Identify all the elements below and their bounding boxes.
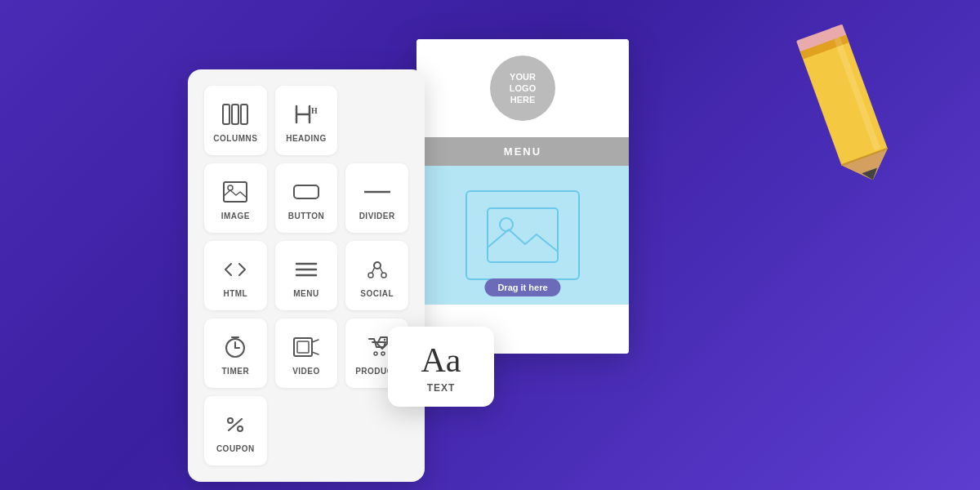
pencil-decoration (786, 4, 929, 176)
drag-here-label: Drag it here (497, 283, 547, 292)
widget-label-social: SOCIAL (360, 289, 394, 298)
svg-point-34 (228, 418, 233, 423)
svg-line-36 (229, 419, 242, 430)
drag-here-button[interactable]: Drag it here (484, 278, 560, 296)
widget-item-timer[interactable]: TIMER (204, 318, 267, 388)
svg-rect-11 (224, 182, 247, 202)
image-placeholder (466, 190, 580, 280)
coupon-icon (222, 412, 248, 438)
product-icon (364, 334, 390, 360)
widget-label-coupon: COUPON (216, 444, 255, 453)
svg-point-33 (383, 339, 385, 341)
email-image-section: Drag it here (416, 166, 629, 305)
widget-grid: COLUMNS H HEADING IMAG (204, 86, 408, 466)
heading-icon: H (293, 101, 319, 127)
svg-rect-9 (241, 105, 247, 124)
widget-item-social[interactable]: SOCIAL (345, 241, 408, 310)
svg-line-30 (312, 352, 318, 354)
widget-label-button: BUTTON (288, 212, 324, 220)
html-icon (222, 256, 248, 283)
svg-rect-7 (223, 105, 229, 124)
svg-point-38 (500, 218, 513, 231)
text-drag-card[interactable]: Aa TEXT (388, 327, 494, 407)
widget-label-columns: COLUMNS (213, 134, 257, 143)
svg-point-31 (374, 352, 377, 355)
logo-text: YOUR LOGO HERE (510, 71, 536, 106)
svg-point-20 (381, 273, 386, 278)
columns-icon (222, 101, 248, 127)
widget-item-columns[interactable]: COLUMNS (204, 86, 267, 155)
svg-point-18 (374, 262, 381, 269)
svg-point-12 (228, 185, 233, 190)
widget-label-video: VIDEO (292, 367, 320, 376)
widget-item-menu[interactable]: MENU (275, 241, 338, 310)
svg-line-29 (312, 340, 318, 342)
svg-rect-28 (297, 341, 309, 353)
text-symbol: Aa (421, 343, 461, 377)
social-icon (364, 256, 390, 283)
widget-label-heading: HEADING (286, 134, 327, 143)
timer-icon (222, 334, 248, 360)
widget-item-empty (345, 86, 408, 155)
widget-label-image: IMAGE (221, 212, 250, 220)
widget-label-timer: TIMER (222, 367, 250, 376)
svg-rect-8 (232, 105, 238, 124)
widget-item-button[interactable]: BUTTON (275, 163, 338, 233)
widget-item-html[interactable]: HTML (204, 241, 267, 310)
video-icon (293, 334, 319, 360)
logo-placeholder: YOUR LOGO HERE (490, 56, 555, 121)
svg-point-19 (368, 273, 373, 278)
widget-panel: COLUMNS H HEADING IMAG (188, 69, 425, 482)
svg-text:H: H (311, 106, 318, 115)
svg-rect-13 (294, 185, 318, 198)
svg-point-32 (381, 352, 385, 355)
text-card-label: TEXT (427, 382, 456, 394)
divider-icon (364, 179, 390, 205)
widget-item-heading[interactable]: H HEADING (275, 86, 338, 155)
image-icon (222, 179, 248, 205)
svg-point-35 (238, 426, 243, 431)
email-header: YOUR LOGO HERE (416, 39, 629, 137)
svg-line-21 (372, 268, 374, 273)
svg-rect-37 (488, 208, 558, 262)
button-icon (293, 179, 319, 205)
widget-label-menu: MENU (293, 289, 318, 298)
widget-item-image[interactable]: IMAGE (204, 163, 267, 233)
widget-item-divider[interactable]: DIVIDER (345, 163, 408, 233)
menu-label: MENU (504, 145, 541, 158)
widget-item-coupon[interactable]: COUPON (204, 396, 267, 466)
widget-label-html: HTML (223, 289, 247, 298)
widget-item-video[interactable]: VIDEO (275, 318, 338, 388)
email-preview: YOUR LOGO HERE MENU Drag it here (416, 39, 629, 354)
svg-line-22 (380, 268, 382, 273)
email-menu-bar: MENU (416, 137, 629, 166)
widget-label-divider: DIVIDER (359, 212, 395, 220)
menu-icon (293, 256, 319, 283)
